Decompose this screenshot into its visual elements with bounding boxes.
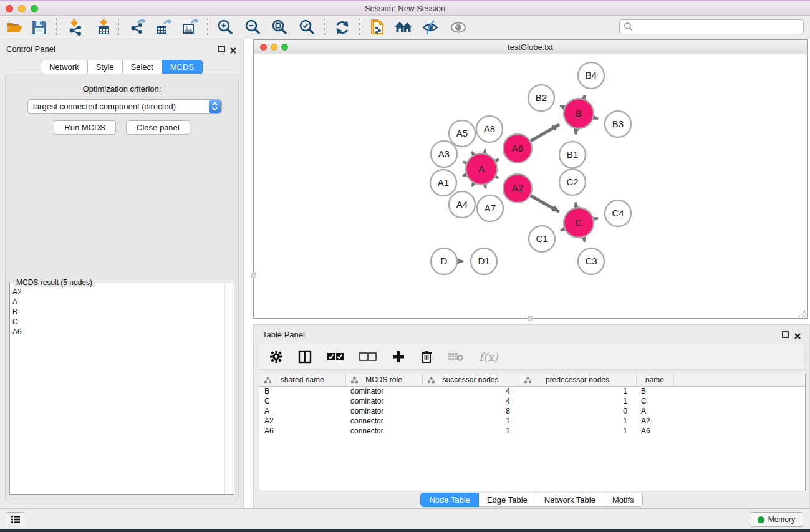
- table-row[interactable]: Bdominator41B: [259, 386, 805, 396]
- search-input[interactable]: [634, 21, 803, 33]
- delete-column-icon[interactable]: [420, 347, 433, 366]
- column-header-name[interactable]: name: [636, 374, 673, 386]
- refresh-layout-icon[interactable]: [331, 17, 354, 37]
- split-table-view-icon[interactable]: [298, 347, 312, 366]
- hide-graphics-details-icon[interactable]: [419, 17, 441, 37]
- edge-B-B1[interactable]: [576, 129, 576, 135]
- memory-button[interactable]: Memory: [750, 512, 803, 527]
- tab-network[interactable]: Network: [41, 60, 88, 74]
- mcds-result-item[interactable]: A6: [11, 327, 224, 337]
- select-all-rows-icon[interactable]: [327, 347, 344, 366]
- delete-table-icon[interactable]: [448, 347, 464, 366]
- tab-style[interactable]: Style: [88, 60, 123, 74]
- edge-A-A1[interactable]: [463, 175, 466, 176]
- open-session-icon[interactable]: [3, 17, 26, 37]
- mcds-result-item[interactable]: A2: [11, 287, 224, 297]
- tab-network-table[interactable]: Network Table: [536, 493, 604, 507]
- window-resize-handle-left[interactable]: [251, 273, 256, 278]
- zoom-selected-icon[interactable]: [296, 17, 319, 37]
- table-cell[interactable]: dominator: [345, 386, 422, 396]
- zoom-fit-icon[interactable]: [269, 17, 291, 37]
- deselect-all-rows-icon[interactable]: [359, 347, 377, 366]
- edge-C-C1[interactable]: [561, 229, 564, 231]
- table-cell[interactable]: A: [636, 406, 673, 416]
- close-panel-button[interactable]: Close panel: [126, 120, 190, 135]
- window-resize-handle-bottom[interactable]: [528, 316, 533, 321]
- zoom-out-icon[interactable]: [242, 17, 264, 37]
- edge-C-C4[interactable]: [594, 218, 598, 220]
- table-cell[interactable]: connector: [345, 416, 422, 426]
- table-cell[interactable]: 1: [519, 396, 636, 406]
- column-header-successor-nodes[interactable]: successor nodes: [422, 374, 519, 386]
- show-task-history-button[interactable]: [7, 512, 24, 526]
- table-row[interactable]: A6connector11A6: [259, 426, 805, 436]
- tab-edge-table[interactable]: Edge Table: [479, 493, 536, 507]
- export-image-icon[interactable]: [179, 17, 201, 37]
- edge-C-C2[interactable]: [576, 203, 576, 208]
- table-cell[interactable]: dominator: [345, 396, 422, 406]
- export-network-icon[interactable]: [127, 17, 149, 37]
- add-column-icon[interactable]: [392, 347, 405, 366]
- table-cell[interactable]: 1: [519, 426, 636, 436]
- show-graphics-details-icon[interactable]: [447, 17, 470, 37]
- table-cell[interactable]: C: [259, 396, 345, 406]
- edge-A6-B[interactable]: [531, 125, 559, 141]
- table-header-row[interactable]: shared nameMCDS rolesuccessor nodesprede…: [259, 374, 805, 386]
- edge-A2-C[interactable]: [531, 196, 559, 212]
- table-cell[interactable]: 1: [422, 426, 519, 436]
- table-close-panel-icon[interactable]: [794, 331, 801, 339]
- mcds-result-scrollbar[interactable]: [224, 284, 233, 493]
- column-header-shared-name[interactable]: shared name: [259, 374, 345, 386]
- column-header-MCDS-role[interactable]: MCDS role: [345, 374, 422, 386]
- mcds-result-item[interactable]: C: [11, 317, 224, 327]
- table-cell[interactable]: A2: [636, 416, 673, 426]
- mcds-result-item[interactable]: A: [11, 297, 224, 307]
- edge-A-A4[interactable]: [472, 183, 474, 186]
- run-mcds-button[interactable]: Run MCDS: [54, 120, 116, 135]
- edge-C-C3[interactable]: [584, 238, 585, 242]
- edge-A-A2[interactable]: [496, 177, 498, 178]
- table-cell[interactable]: 1: [519, 416, 636, 426]
- table-cell[interactable]: A2: [259, 416, 345, 426]
- zoom-in-icon[interactable]: [215, 17, 237, 37]
- tab-motifs[interactable]: Motifs: [604, 493, 643, 507]
- network-window-titlebar[interactable]: testGlobe.txt: [254, 40, 807, 54]
- table-row[interactable]: Adominator80A: [259, 406, 805, 416]
- tab-mcds[interactable]: MCDS: [162, 60, 203, 74]
- table-cell[interactable]: 4: [422, 396, 519, 406]
- edge-B-B3[interactable]: [594, 118, 598, 119]
- table-cell[interactable]: 1: [519, 386, 636, 396]
- network-from-file-icon[interactable]: [367, 17, 389, 37]
- table-cell[interactable]: A: [259, 406, 345, 416]
- table-cell[interactable]: 8: [422, 406, 519, 416]
- save-session-icon[interactable]: [28, 17, 51, 37]
- table-cell[interactable]: 1: [422, 416, 519, 426]
- table-settings-icon[interactable]: [269, 347, 283, 366]
- function-builder-icon[interactable]: f(x): [479, 347, 498, 366]
- column-header-predecessor-nodes[interactable]: predecessor nodes: [519, 374, 636, 386]
- edge-A-A5[interactable]: [472, 152, 474, 155]
- table-cell[interactable]: A6: [636, 426, 673, 436]
- criterion-select[interactable]: largest connected component (directed): [27, 99, 222, 114]
- table-cell[interactable]: B: [259, 386, 345, 396]
- float-panel-icon[interactable]: [218, 46, 225, 52]
- mcds-result-item[interactable]: B: [11, 307, 224, 317]
- window-resize-grip[interactable]: [797, 308, 806, 317]
- table-cell[interactable]: C: [636, 396, 673, 406]
- edge-A-A7[interactable]: [485, 185, 486, 188]
- close-panel-icon[interactable]: [229, 46, 237, 53]
- table-cell[interactable]: 4: [422, 386, 519, 396]
- table-cell[interactable]: A6: [259, 426, 345, 436]
- import-table-icon[interactable]: [93, 17, 115, 37]
- table-cell[interactable]: 0: [519, 406, 636, 416]
- import-network-icon[interactable]: [64, 17, 87, 37]
- table-row[interactable]: A2connector11A2: [259, 416, 805, 426]
- edge-B-B4[interactable]: [584, 95, 585, 99]
- table-cell[interactable]: connector: [345, 426, 422, 436]
- edge-B-B2[interactable]: [560, 106, 564, 108]
- network-canvas[interactable]: B4B2BB3A5A8A6A3B1AA1C2A2A4A7C4CC1C3DD1: [254, 54, 807, 318]
- edge-A-A3[interactable]: [463, 162, 466, 163]
- table-cell[interactable]: B: [636, 386, 673, 396]
- edge-A-A8[interactable]: [485, 149, 485, 153]
- export-table-icon[interactable]: [152, 17, 175, 37]
